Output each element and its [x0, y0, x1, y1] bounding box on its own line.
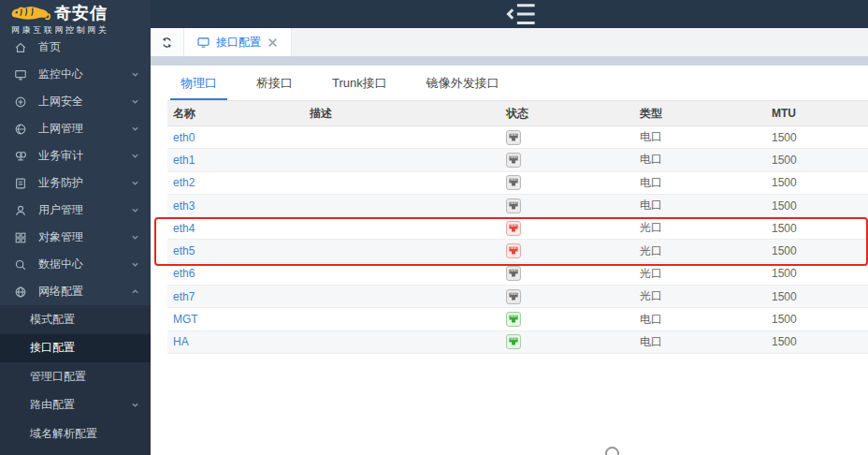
- subtab-physical-port[interactable]: 物理口: [181, 75, 217, 100]
- tab-bar: 接口配置: [151, 28, 868, 56]
- sidebar-item-internet-management[interactable]: 上网管理: [0, 115, 151, 142]
- tab-interface-config[interactable]: 接口配置: [184, 28, 292, 56]
- cell-type: 电口: [634, 129, 766, 145]
- sidebar-item-internet-security[interactable]: 上网安全: [0, 88, 151, 115]
- cell-mtu: 1500: [766, 267, 868, 280]
- table-row-mgt: MGT电口1500: [167, 308, 868, 330]
- refresh-icon[interactable]: [151, 28, 184, 56]
- cell-name: eth3: [167, 199, 304, 213]
- sidebar-subitem-route-config[interactable]: 路由配置: [0, 391, 151, 420]
- brand-title: 奇安信: [54, 2, 108, 24]
- cell-name: eth5: [167, 244, 304, 257]
- cell-status: [500, 243, 634, 258]
- table-row-eth5: eth5光口1500: [167, 240, 868, 262]
- table-header-col-description: 描述: [304, 106, 500, 122]
- document-icon: [14, 177, 27, 190]
- port-status-red-icon: [506, 243, 521, 258]
- cell-name: HA: [167, 335, 304, 348]
- interface-link-mgt[interactable]: MGT: [173, 313, 198, 326]
- cell-mtu: 1500: [766, 222, 868, 235]
- port-status-green-icon: [506, 334, 521, 349]
- table-row-ha: HA电口1500: [167, 331, 868, 354]
- table-header-col-type: 类型: [634, 106, 766, 122]
- cell-mtu: 1500: [766, 290, 868, 303]
- chevron-down-icon: [131, 125, 139, 133]
- sidebar-item-label: 上网安全: [38, 94, 131, 110]
- cell-type: 电口: [634, 198, 766, 213]
- cell-status: [500, 175, 634, 190]
- subtab-trunk-port[interactable]: Trunk接口: [332, 75, 387, 100]
- grid-icon: [14, 231, 27, 244]
- audit-icon: [14, 150, 27, 163]
- sidebar-item-label: 监控中心: [38, 66, 131, 82]
- port-status-gray-icon: [506, 175, 521, 190]
- interface-link-eth0[interactable]: eth0: [173, 131, 195, 144]
- interface-link-eth5[interactable]: eth5: [173, 244, 195, 257]
- cell-mtu: 1500: [766, 154, 868, 167]
- sidebar-item-data-center[interactable]: 数据中心: [0, 251, 151, 278]
- sidebar-subitem-label: 模式配置: [30, 312, 75, 328]
- interface-table: 名称描述状态类型MTU eth0电口1500eth1电口1500eth2电口15…: [167, 100, 868, 354]
- chevron-down-icon: [131, 401, 139, 409]
- cell-name: eth7: [167, 290, 304, 303]
- sidebar-item-business-protection[interactable]: 业务防护: [0, 169, 151, 197]
- monitor-icon: [197, 37, 210, 48]
- cell-status: [500, 289, 634, 304]
- interface-link-eth3[interactable]: eth3: [173, 199, 195, 213]
- brand-logo: 奇安信 网康互联网控制网关: [0, 0, 151, 32]
- cell-status: [500, 198, 634, 213]
- interface-link-eth4[interactable]: eth4: [173, 222, 195, 235]
- sidebar-subitem-label: 接口配置: [30, 340, 75, 356]
- cell-type: 电口: [634, 175, 766, 191]
- close-icon[interactable]: [268, 37, 278, 48]
- sidebar-item-label: 网络配置: [38, 284, 131, 300]
- port-status-gray-icon: [506, 130, 521, 145]
- search-icon: [14, 258, 27, 272]
- target-icon: [14, 95, 27, 109]
- cell-status: [500, 153, 634, 168]
- chevron-down-icon: [131, 179, 139, 187]
- cell-type: 光口: [634, 266, 766, 282]
- table-body: eth0电口1500eth1电口1500eth2电口1500eth3电口1500…: [167, 126, 868, 354]
- loading-spinner: [605, 447, 619, 455]
- sidebar-item-label: 业务审计: [38, 148, 131, 164]
- sidebar-subitem-dhcp-service[interactable]: DHCP服务: [0, 448, 151, 455]
- sidebar-subitem-dns-resolve-config[interactable]: 域名解析配置: [0, 419, 151, 448]
- interface-link-eth6[interactable]: eth6: [173, 267, 195, 280]
- interface-link-eth1[interactable]: eth1: [173, 154, 195, 167]
- chevron-down-icon: [131, 152, 139, 160]
- sidebar-subitem-mode-config[interactable]: 模式配置: [0, 305, 151, 334]
- sidebar-item-object-management[interactable]: 对象管理: [0, 224, 151, 251]
- subtab-bridge-port[interactable]: 桥接口: [256, 75, 293, 100]
- interface-link-eth2[interactable]: eth2: [173, 176, 195, 189]
- sidebar-item-network-config[interactable]: 网络配置: [0, 278, 151, 305]
- sidebar: 奇安信 网康互联网控制网关 首页监控中心上网安全上网管理业务审计业务防护用户管理…: [0, 0, 151, 455]
- sidebar-subitem-interface-config[interactable]: 接口配置: [0, 334, 151, 363]
- cell-mtu: 1500: [766, 199, 868, 213]
- cell-type: 电口: [634, 312, 766, 328]
- sidebar-item-home[interactable]: 首页: [0, 34, 151, 61]
- table-row-eth3: eth3电口1500: [167, 195, 868, 217]
- sidebar-item-business-audit[interactable]: 业务审计: [0, 142, 151, 169]
- sidebar-subitem-mgmt-port-config[interactable]: 管理口配置: [0, 362, 151, 391]
- monitor-icon: [14, 68, 27, 81]
- port-status-gray-icon: [506, 266, 521, 281]
- sidebar-item-label: 对象管理: [38, 229, 131, 245]
- interface-link-eth7[interactable]: eth7: [173, 290, 195, 303]
- cell-status: [500, 312, 634, 327]
- cell-mtu: 1500: [766, 176, 868, 189]
- sidebar-item-monitor-center[interactable]: 监控中心: [0, 61, 151, 88]
- cell-name: eth1: [167, 154, 304, 167]
- sidebar-item-user-management[interactable]: 用户管理: [0, 197, 151, 224]
- subtab-mirror-port[interactable]: 镜像外发接口: [427, 75, 499, 100]
- port-status-gray-icon: [506, 198, 521, 213]
- port-status-green-icon: [506, 312, 521, 327]
- table-row-eth4: eth4光口1500: [167, 217, 868, 240]
- cell-name: eth0: [167, 131, 304, 144]
- table-header-col-mtu: MTU: [766, 107, 868, 120]
- interface-link-ha[interactable]: HA: [173, 335, 189, 348]
- port-status-gray-icon: [506, 289, 521, 304]
- cell-name: MGT: [167, 313, 304, 326]
- cell-type: 光口: [634, 243, 766, 259]
- tiger-logo-icon: [9, 4, 51, 22]
